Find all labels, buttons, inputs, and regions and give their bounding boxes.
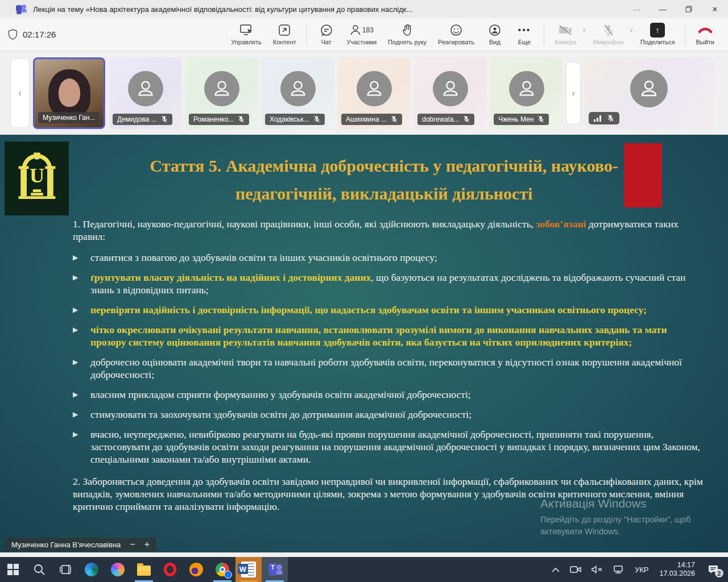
participant-tile[interactable]: Романенко... [185, 57, 258, 129]
bullet-marker-icon: ▶ [73, 251, 79, 264]
leave-call-icon [698, 23, 713, 37]
taskbar-word-button[interactable]: W [235, 557, 262, 582]
share-icon: ↑ [650, 23, 665, 38]
leave-button[interactable]: Выйти [690, 21, 720, 48]
search-button[interactable] [26, 557, 52, 582]
bullet-text: перевіряти надійність і достовірність ін… [90, 304, 647, 316]
window-minimize-button[interactable]: — [650, 0, 676, 18]
participant-name-pill: Чжень Мен [494, 114, 549, 125]
tray-clock[interactable]: 14:17 17.03.2026 [655, 561, 700, 578]
teams-meeting-window: Лекція на тему «Нова архітектура академі… [0, 0, 728, 582]
mic-off-icon [603, 23, 614, 37]
mic-off-icon [161, 115, 168, 123]
edge-icon [85, 563, 98, 576]
strip-scroll-left-button[interactable]: ‹ [10, 59, 30, 128]
chat-icon [320, 23, 333, 37]
tray-volume-button[interactable] [588, 557, 607, 582]
participant-tile[interactable]: Ходаківськ... [262, 57, 334, 129]
avatar [630, 70, 668, 107]
zoom-out-button[interactable]: − [130, 540, 135, 549]
participant-tile[interactable]: Демидова ... [109, 57, 181, 129]
more-button[interactable]: ••• Еще [510, 21, 539, 48]
bullet-text: вчасно, неупереджено, невибірково реагув… [90, 428, 703, 465]
task-view-icon [59, 564, 72, 575]
share-content-icon [278, 23, 291, 37]
participant-tile[interactable]: Музиченко Ган... [33, 57, 105, 129]
participants-button[interactable]: 183 Участники [341, 21, 383, 48]
teams-app-icon [16, 4, 27, 14]
opera-icon [164, 563, 176, 576]
chat-button[interactable]: Чат [312, 21, 341, 48]
participants-icon: 183 [350, 23, 374, 37]
participant-name: Ходаківськ... [270, 115, 309, 123]
participant-name: Чжень Мен [498, 115, 533, 123]
bullet-marker-icon: ▶ [73, 271, 79, 296]
participant-name-pill: Ашихмина ... [341, 114, 402, 125]
taskbar-teams-button[interactable]: T [262, 557, 288, 582]
tray-show-hidden-button[interactable] [548, 557, 564, 582]
taskbar-explorer-button[interactable] [131, 557, 157, 582]
manage-button[interactable]: Управлять [225, 21, 267, 48]
slide-bullet-item: ▶ перевіряти надійність і достовірність … [73, 304, 703, 316]
participant-name: Ашихмина ... [346, 115, 387, 123]
firefox-icon [189, 563, 203, 576]
taskbar-opera-button[interactable] [157, 557, 183, 582]
action-center-button[interactable]: 2 [702, 557, 725, 582]
chrome-profile-badge [224, 571, 232, 579]
zoom-in-button[interactable]: + [144, 540, 150, 549]
view-button[interactable]: Вид [480, 21, 510, 48]
bullet-text: власним прикладом сприяти формуванню у з… [90, 388, 471, 401]
slide-bullet-item: ▶ доброчесно оцінювати академічні твори … [73, 356, 703, 381]
speaker-muted-icon [592, 565, 603, 574]
window-close-button[interactable]: ✕ [702, 0, 728, 18]
window-more-button[interactable]: ··· [623, 0, 650, 18]
file-explorer-icon [137, 566, 151, 576]
meet-now-camera-icon [570, 565, 581, 574]
presenter-name: Музиченко Ганна В’ячеславівна [11, 541, 121, 549]
system-tray: УКР 14:17 17.03.2026 2 [548, 557, 728, 582]
copilot-icon [111, 563, 125, 576]
participant-tile[interactable]: Чжень Мен [490, 57, 562, 129]
share-button[interactable]: ↑ Поделиться [635, 21, 681, 48]
bullet-marker-icon: ▶ [73, 304, 79, 316]
taskbar-firefox-button[interactable] [183, 557, 209, 582]
tray-language-indicator[interactable]: УКР [631, 557, 653, 582]
window-title: Лекція на тему «Нова архітектура академі… [33, 5, 412, 14]
slide-bullet-item: ▶ вчасно, неупереджено, невибірково реаг… [73, 428, 703, 465]
tray-network-button[interactable] [609, 557, 628, 582]
self-video-tile[interactable] [584, 57, 714, 129]
signal-bars-icon [594, 115, 602, 122]
bullet-text: доброчесно оцінювати академічні твори та… [90, 356, 703, 381]
task-view-button[interactable] [52, 557, 78, 582]
avatar [433, 71, 468, 106]
participant-name-pill: Ходаківськ... [265, 114, 325, 125]
participant-tile[interactable]: dobrewala... [414, 57, 486, 129]
camera-dropdown-chevron-icon[interactable]: ∨ [582, 27, 586, 33]
react-button[interactable]: Реагировать [432, 21, 480, 48]
participant-name-pill: Музиченко Ган... [38, 112, 100, 123]
tray-meet-now-button[interactable] [566, 557, 585, 582]
slide-body: 1. Педагогічні, науково-педагогічні, нау… [73, 218, 703, 513]
bullet-marker-icon: ▶ [73, 356, 79, 381]
taskbar-copilot-button[interactable] [105, 557, 131, 582]
mic-dropdown-chevron-icon[interactable]: ∨ [629, 27, 633, 33]
chevron-up-icon [552, 567, 560, 572]
mic-off-icon [313, 115, 320, 123]
taskbar-chrome-button[interactable] [209, 557, 235, 582]
mic-button[interactable]: Микрофон [588, 21, 630, 48]
content-button[interactable]: Контент [267, 21, 302, 48]
chevron-left-icon: ‹ [18, 88, 21, 98]
raise-hand-button[interactable]: Поднять руку [382, 21, 432, 48]
strip-scroll-right-button[interactable]: › [566, 62, 581, 124]
start-button[interactable] [0, 557, 26, 582]
participant-tile[interactable]: Ашихмина ... [338, 57, 410, 129]
taskbar-edge-button[interactable] [78, 557, 105, 582]
self-status-pill [589, 112, 619, 124]
window-restore-button[interactable] [676, 0, 702, 18]
chevron-right-icon: › [572, 88, 574, 98]
participant-name: dobrewala... [422, 115, 459, 123]
windows-logo-icon [7, 564, 19, 575]
camera-button[interactable]: Камера [549, 21, 582, 48]
participant-name-pill: Романенко... [189, 114, 249, 125]
slide-bullet-item: ▶ стимулювати та заохочувати здобувачів … [73, 408, 703, 421]
